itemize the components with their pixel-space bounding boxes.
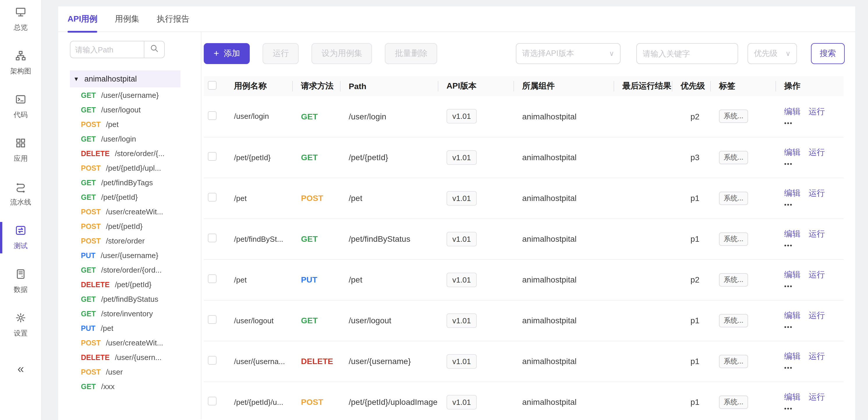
sidebar-item-代码[interactable]: 代码 <box>0 92 42 121</box>
sidebar-item-总览[interactable]: 总览 <box>0 5 42 34</box>
chevron-down-icon: ∨ <box>609 50 614 58</box>
case-name-cell: /pet/{petId}/u... <box>229 382 292 420</box>
select-all-checkbox[interactable] <box>208 81 217 90</box>
tab-执行报告[interactable]: 执行报告 <box>157 6 189 32</box>
column-header: API版本 <box>438 76 514 96</box>
tree-item[interactable]: POST /user <box>70 365 201 379</box>
more-actions-button[interactable]: ••• <box>784 405 843 412</box>
edit-link[interactable]: 编辑 <box>784 351 801 362</box>
sidebar-item-架构图[interactable]: 架构图 <box>0 48 42 78</box>
run-link[interactable]: 运行 <box>809 392 825 402</box>
path-search-input[interactable] <box>70 41 144 58</box>
tree-item[interactable]: GET /store/order/{ord... <box>70 263 201 277</box>
row-checkbox[interactable] <box>208 111 217 120</box>
tree-item[interactable]: GET /user/logout <box>70 102 201 117</box>
method-label: GET <box>81 193 96 201</box>
path-cell: /pet/findByStatus <box>340 218 438 259</box>
row-checkbox[interactable] <box>208 397 217 406</box>
sidebar-item-应用[interactable]: 应用 <box>0 136 42 165</box>
run-link[interactable]: 运行 <box>809 351 825 362</box>
last-result-cell <box>614 178 672 218</box>
table-row: /pet/findBySt... GET /pet/findByStatus v… <box>204 218 843 259</box>
edit-link[interactable]: 编辑 <box>784 229 801 239</box>
more-actions-button[interactable]: ••• <box>784 201 843 208</box>
tree-item[interactable]: PUT /pet <box>70 321 201 335</box>
sidebar-item-流水线[interactable]: 流水线 <box>0 179 42 209</box>
tree-item[interactable]: POST /store/order <box>70 234 201 248</box>
edit-link[interactable]: 编辑 <box>784 270 801 280</box>
path-label: /store/order/{ord... <box>101 266 161 274</box>
run-link[interactable]: 运行 <box>809 147 825 158</box>
add-button[interactable]: + 添加 <box>204 43 250 64</box>
tree-item[interactable]: GET /user/{username} <box>70 88 201 102</box>
more-actions-button[interactable]: ••• <box>784 364 843 371</box>
more-actions-button[interactable]: ••• <box>784 282 843 290</box>
sidebar-item-测试[interactable]: 测试 <box>0 223 42 252</box>
pipeline-icon <box>14 181 27 195</box>
tab-API用例[interactable]: API用例 <box>67 6 97 32</box>
run-button[interactable]: 运行 <box>263 43 299 64</box>
sidebar-collapse-button[interactable]: « <box>0 354 42 383</box>
edit-link[interactable]: 编辑 <box>784 107 801 117</box>
tree-item[interactable]: GET /xxx <box>70 379 201 394</box>
edit-link[interactable]: 编辑 <box>784 310 801 321</box>
more-actions-button[interactable]: ••• <box>784 242 843 249</box>
actions-cell: 编辑运行 ••• <box>775 341 843 382</box>
tree-item[interactable]: GET /pet/findByStatus <box>70 292 201 306</box>
batch-delete-button[interactable]: 批量删除 <box>385 43 437 64</box>
caret-down-icon[interactable]: ▼ <box>73 76 79 82</box>
component-cell: animalhostpital <box>514 259 614 300</box>
search-button[interactable]: 搜索 <box>811 43 845 64</box>
more-actions-button[interactable]: ••• <box>784 160 843 167</box>
sidebar-item-数据[interactable]: 数据 <box>0 267 42 296</box>
tree-root-node[interactable]: ▼ animalhostpital <box>70 70 181 87</box>
run-link[interactable]: 运行 <box>809 188 825 199</box>
case-list-panel: + 添加 运行 设为用例集 批量删除 请选择API版本 ∨ <box>202 32 855 419</box>
set-as-suite-button[interactable]: 设为用例集 <box>312 43 372 64</box>
tree-item[interactable]: GET /pet/{petId} <box>70 190 201 205</box>
row-checkbox[interactable] <box>208 193 217 202</box>
actions-cell: 编辑运行 ••• <box>775 259 843 300</box>
row-checkbox[interactable] <box>208 152 217 161</box>
system-tag: 系统... <box>719 151 748 164</box>
system-tag: 系统... <box>719 232 748 245</box>
run-link[interactable]: 运行 <box>809 310 825 321</box>
api-version-select[interactable]: 请选择API版本 ∨ <box>516 43 621 64</box>
tree-item[interactable]: POST /pet/{petId}/upl... <box>70 161 201 175</box>
more-actions-button[interactable]: ••• <box>784 323 843 330</box>
path-cell: /pet <box>340 259 438 300</box>
version-tag: v1.01 <box>446 109 477 124</box>
run-link[interactable]: 运行 <box>809 229 825 239</box>
edit-link[interactable]: 编辑 <box>784 147 801 158</box>
tree-item[interactable]: GET /pet/findByTags <box>70 175 201 190</box>
tree-item[interactable]: POST /user/createWit... <box>70 205 201 219</box>
path-search-button[interactable] <box>144 41 165 58</box>
tree-item[interactable]: POST /pet <box>70 117 201 132</box>
tree-item[interactable]: POST /user/createWit... <box>70 335 201 350</box>
sidebar-item-设置[interactable]: 设置 <box>0 310 42 340</box>
row-checkbox[interactable] <box>208 315 217 324</box>
tab-用例集[interactable]: 用例集 <box>115 6 140 32</box>
priority-select[interactable]: 优先级 ∨ <box>747 43 797 64</box>
tree-item[interactable]: DELETE /user/{usern... <box>70 350 201 365</box>
more-actions-button[interactable]: ••• <box>784 119 843 126</box>
api-version-cell: v1.01 <box>438 341 514 382</box>
row-checkbox[interactable] <box>208 234 217 242</box>
edit-link[interactable]: 编辑 <box>784 188 801 199</box>
tree-item[interactable]: DELETE /store/order/{... <box>70 146 201 161</box>
column-header: 所属组件 <box>514 76 614 96</box>
tree-item[interactable]: GET /user/login <box>70 132 201 146</box>
priority-cell: p1 <box>672 218 710 259</box>
row-select-cell <box>204 382 229 420</box>
row-checkbox[interactable] <box>208 274 217 283</box>
row-checkbox[interactable] <box>208 356 217 365</box>
component-cell: animalhostpital <box>514 300 614 341</box>
run-link[interactable]: 运行 <box>809 107 825 117</box>
keyword-input[interactable] <box>636 43 738 64</box>
tree-item[interactable]: PUT /user/{username} <box>70 248 201 263</box>
run-link[interactable]: 运行 <box>809 270 825 280</box>
tree-item[interactable]: GET /store/inventory <box>70 306 201 321</box>
tree-item[interactable]: DELETE /pet/{petId} <box>70 277 201 292</box>
tree-item[interactable]: POST /pet/{petId} <box>70 219 201 234</box>
edit-link[interactable]: 编辑 <box>784 392 801 402</box>
